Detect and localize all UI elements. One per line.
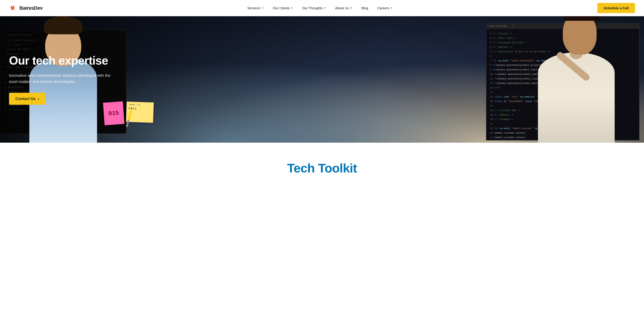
nav-our-thoughts[interactable]: Our Thoughts ▼ [298, 4, 330, 12]
person-front-silhouette [531, 21, 622, 143]
chevron-down-icon: ▼ [350, 7, 352, 9]
chevron-down-icon: ▼ [390, 7, 393, 9]
nav-our-clients[interactable]: Our Clients ▼ [269, 4, 297, 12]
logo-icon [9, 4, 17, 12]
nav-blog[interactable]: Blog [358, 4, 372, 12]
hero-title: Our tech expertise [9, 54, 117, 67]
nav-about-us[interactable]: About Us ▼ [332, 4, 356, 12]
logo[interactable]: BairesDev [9, 4, 43, 12]
chevron-down-icon: ▼ [324, 7, 326, 9]
hero-content: Our tech expertise Innovative and compre… [0, 16, 126, 143]
tech-toolkit-section: Tech Toolkit [0, 143, 644, 194]
schedule-call-button[interactable]: Schedule a Call [597, 3, 635, 13]
nav-services[interactable]: Services ▼ [244, 4, 267, 12]
chevron-down-icon: ▼ [291, 7, 293, 9]
logo-text: BairesDev [20, 5, 43, 11]
hero-section: // dashboard.example 1 <div class="conta… [0, 16, 644, 143]
chevron-down-icon: ▼ [262, 7, 264, 9]
contact-us-button[interactable]: Contact Us › [9, 93, 46, 105]
hero-subtitle: Innovative and comprehensive solutions d… [9, 72, 117, 85]
nav-links: Services ▼ Our Clients ▼ Our Thoughts ▼ … [43, 4, 597, 12]
nav-careers[interactable]: Careers ▼ [374, 4, 396, 12]
navbar: BairesDev Services ▼ Our Clients ▼ Our T… [0, 0, 644, 16]
tech-toolkit-title: Tech Toolkit [9, 161, 635, 176]
arrow-icon: › [38, 96, 39, 101]
